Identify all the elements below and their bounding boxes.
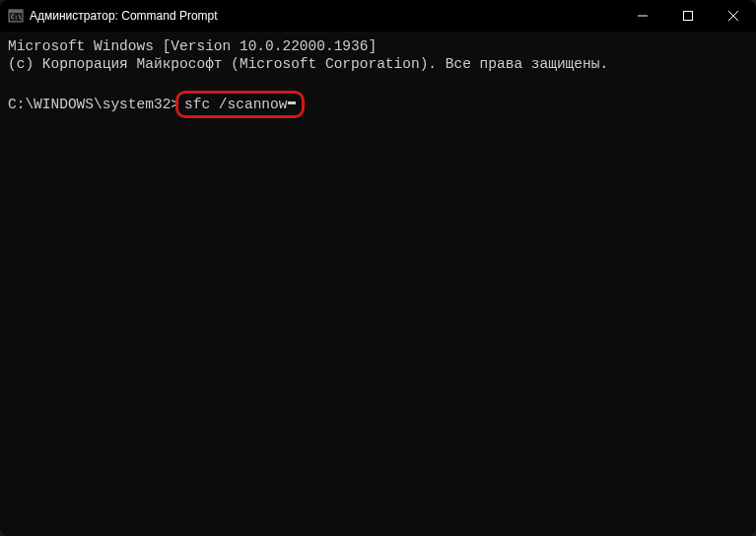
close-button[interactable] — [711, 0, 756, 32]
maximize-button[interactable] — [665, 0, 711, 32]
titlebar-left: C:\ Администратор: Command Prompt — [8, 8, 218, 24]
version-line: Microsoft Windows [Version 10.0.22000.19… — [8, 37, 748, 55]
titlebar[interactable]: C:\ Администратор: Command Prompt — [0, 0, 756, 32]
prompt-line: C:\WINDOWS\system32>sfc /scannow — [8, 91, 748, 118]
svg-text:C:\: C:\ — [11, 13, 22, 20]
svg-rect-4 — [684, 12, 693, 21]
command-text: sfc /scannow — [184, 96, 287, 113]
cmd-icon: C:\ — [8, 8, 24, 24]
cursor — [288, 101, 296, 104]
blank-line — [8, 73, 748, 91]
window-title: Администратор: Command Prompt — [30, 9, 218, 23]
window-controls — [620, 0, 756, 32]
minimize-button[interactable] — [620, 0, 665, 32]
prompt-text: C:\WINDOWS\system32> — [8, 96, 179, 113]
terminal-area[interactable]: Microsoft Windows [Version 10.0.22000.19… — [0, 32, 756, 536]
command-highlight: sfc /scannow — [175, 91, 305, 118]
command-prompt-window: C:\ Администратор: Command Prompt Micros… — [0, 0, 756, 536]
copyright-line: (c) Корпорация Майкрософт (Microsoft Cor… — [8, 55, 748, 73]
